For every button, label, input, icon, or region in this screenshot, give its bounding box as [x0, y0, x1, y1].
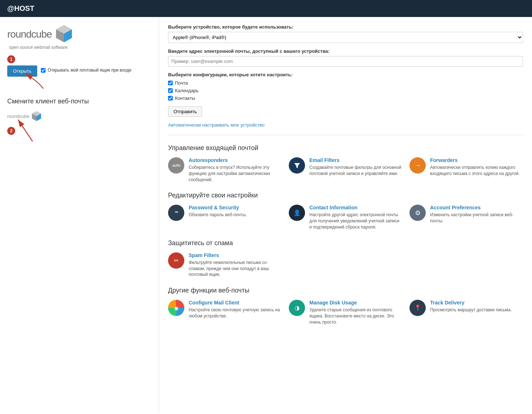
filter-icon-svg: [293, 162, 301, 169]
left-panel: roundcube open source webmail software: [0, 17, 159, 413]
change-client-heading: Смените клиент веб-почты: [7, 98, 151, 105]
autoresponders-icon: AUTO: [168, 157, 184, 174]
track-delivery-desc: Просмотреть маршрут доставки письма.: [430, 307, 512, 313]
settings-cards-grid: *** Password & Security Обновите пароль …: [168, 205, 523, 230]
spam-filters-content: Spam Filters Фильтруйте нежелательные пи…: [189, 252, 282, 278]
arrow2-area: [7, 138, 151, 141]
contact-info-title[interactable]: Contact Information: [309, 205, 402, 210]
incoming-cards-grid: AUTO Autoresponders Собираетесь в отпуск…: [168, 157, 523, 183]
device-select[interactable]: Apple® (iPhone®, iPad®): [168, 32, 523, 43]
card-spam-filters: ✂ Spam Filters Фильтруйте нежелательные …: [168, 252, 282, 278]
config-mail-checkbox[interactable]: [168, 81, 173, 85]
email-filters-title[interactable]: Email Filters: [309, 157, 402, 163]
account-prefs-title[interactable]: Account Preferences: [430, 205, 523, 210]
top-header: @HOST: [0, 0, 532, 17]
card-configure-mail: ◉ Configure Mail Client Настройте свою п…: [168, 300, 282, 325]
forwarders-icon: →: [409, 157, 426, 174]
configure-mail-desc: Настройте свою почтовую учетную запись н…: [189, 307, 282, 319]
svg-marker-8: [294, 163, 300, 168]
email-filters-desc: Создавайте почтовые фильтры для основной…: [309, 165, 402, 177]
other-cards-grid: ◉ Configure Mail Client Настройте свою п…: [168, 300, 523, 325]
disk-usage-desc: Удалите старые сообщения из почтового ящ…: [309, 307, 402, 325]
spam-heading: Защититесь от спама: [168, 239, 523, 247]
contact-info-icon: 👤: [289, 205, 305, 221]
track-delivery-icon: 📍: [409, 300, 426, 316]
email-input[interactable]: [168, 56, 523, 67]
card-account-prefs: ⚙ Account Preferences Изменить настройки…: [409, 205, 523, 230]
card-disk-usage: ◑ Manage Disk Usage Удалите старые сообщ…: [289, 300, 402, 325]
password-security-icon: ***: [168, 205, 184, 221]
password-security-title[interactable]: Password & Security: [189, 205, 247, 210]
annotation-arrow2: [11, 116, 83, 145]
auto-configure-link[interactable]: Автоматически настраивать мое устройство: [168, 122, 265, 128]
forwarders-title[interactable]: Forwarders: [430, 157, 523, 163]
card-contact-info: 👤 Contact Information Настройте другой а…: [289, 205, 402, 230]
email-filters-content: Email Filters Создавайте почтовые фильтр…: [309, 157, 402, 177]
config-contacts-checkbox[interactable]: [168, 96, 173, 101]
config-label: Выберите конфигурации, которые хотите на…: [168, 72, 523, 77]
card-password-security: *** Password & Security Обновите пароль …: [168, 205, 282, 230]
other-heading: Другие функции веб-почты: [168, 287, 523, 294]
email-label: Введите адрес электронной почты, доступн…: [168, 48, 523, 54]
contact-info-desc: Настройте другой адрес электронной почты…: [309, 212, 402, 230]
right-panel: Выберите устройство, которое будете испо…: [159, 17, 532, 413]
disk-usage-icon: ◑: [289, 300, 305, 316]
autoresponders-desc: Собираетесь в отпуск? Используйте эту фу…: [189, 165, 282, 183]
config-calendar[interactable]: Календарь: [168, 88, 523, 93]
annotation-arrow: [14, 69, 87, 90]
account-prefs-icon: ⚙: [409, 205, 426, 221]
email-filters-icon: [289, 157, 305, 174]
track-delivery-title[interactable]: Track Delivery: [430, 300, 512, 306]
incoming-mail-heading: Управление входящей почтой: [168, 144, 523, 152]
spam-filters-title[interactable]: Spam Filters: [189, 252, 282, 258]
settings-heading: Редактируйте свои настройки: [168, 192, 523, 199]
account-prefs-content: Account Preferences Изменить настройки у…: [430, 205, 523, 224]
logo-name: roundcube: [7, 29, 52, 40]
forwarders-content: Forwarders Автоматически отправлять копи…: [430, 157, 523, 177]
track-delivery-content: Track Delivery Просмотреть маршрут доста…: [430, 300, 512, 313]
forwarders-desc: Автоматически отправлять копию каждого в…: [430, 165, 523, 177]
config-mail-label: Почта: [175, 80, 188, 86]
autoresponders-content: Autoresponders Собираетесь в отпуск? Исп…: [189, 157, 282, 183]
card-track-delivery: 📍 Track Delivery Просмотреть маршрут дос…: [409, 300, 523, 325]
submit-button[interactable]: Отправить: [168, 106, 202, 117]
config-mail[interactable]: Почта: [168, 80, 523, 86]
config-contacts[interactable]: Контакты: [168, 95, 523, 101]
card-autoresponders: AUTO Autoresponders Собираетесь в отпуск…: [168, 157, 282, 183]
config-contacts-label: Контакты: [175, 95, 195, 101]
header-title: @HOST: [7, 4, 34, 12]
spam-filters-icon: ✂: [168, 252, 184, 269]
password-security-desc: Обновите пароль веб-почты.: [189, 212, 247, 218]
configure-mail-content: Configure Mail Client Настройте свою поч…: [189, 300, 282, 319]
card-forwarders: → Forwarders Автоматически отправлять ко…: [409, 157, 523, 183]
account-prefs-desc: Изменить настройки учетной записи веб-по…: [430, 212, 523, 224]
disk-usage-content: Manage Disk Usage Удалите старые сообщен…: [309, 300, 402, 325]
logo-subtitle: open source webmail software: [9, 45, 151, 50]
device-label: Выберите устройство, которое будете испо…: [168, 24, 523, 30]
contact-info-content: Contact Information Настройте другой адр…: [309, 205, 402, 230]
step1-badge: 1: [7, 55, 15, 63]
password-security-content: Password & Security Обновите пароль веб-…: [189, 205, 247, 218]
arrow-annotation: [7, 83, 151, 90]
config-calendar-label: Календарь: [175, 88, 199, 93]
disk-usage-title[interactable]: Manage Disk Usage: [309, 300, 402, 306]
card-email-filters: Email Filters Создавайте почтовые фильтр…: [289, 157, 402, 183]
spam-filters-desc: Фильтруйте нежелательные письма со спамо…: [189, 260, 282, 278]
logo-cube-icon: [55, 24, 73, 44]
config-checkboxes: Почта Календарь Контакты: [168, 80, 523, 101]
config-calendar-checkbox[interactable]: [168, 88, 173, 93]
configure-mail-icon: ◉: [168, 300, 184, 316]
configure-mail-title[interactable]: Configure Mail Client: [189, 300, 282, 306]
roundcube-logo-block: roundcube open source webmail software: [7, 24, 151, 50]
content-sections: Управление входящей почтой AUTO Autoresp…: [168, 144, 523, 336]
autoresponders-title[interactable]: Autoresponders: [189, 157, 282, 163]
spam-cards-grid: ✂ Spam Filters Фильтруйте нежелательные …: [168, 252, 523, 278]
